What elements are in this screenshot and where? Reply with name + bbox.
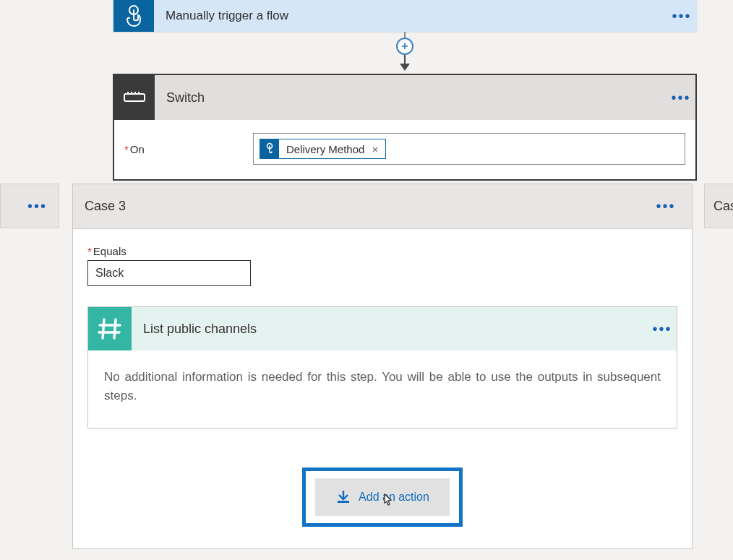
case-3-menu-button[interactable]: ••• bbox=[651, 198, 680, 215]
switch-body: *On Delivery Method × bbox=[114, 120, 695, 179]
equals-input[interactable] bbox=[87, 260, 251, 286]
prev-case-menu[interactable]: ••• bbox=[27, 198, 47, 215]
connector-line bbox=[404, 55, 406, 64]
slack-action-title: List public channels bbox=[132, 322, 648, 337]
slack-action-header: List public channels ••• bbox=[88, 307, 677, 350]
trigger-icon-container bbox=[113, 0, 154, 32]
case-3-body: *Equals List public channels ••• No addi… bbox=[73, 229, 692, 548]
case-next-peek[interactable]: Cas bbox=[704, 184, 733, 228]
next-case-title-fragment: Cas bbox=[713, 199, 733, 214]
trigger-menu-button[interactable]: ••• bbox=[667, 8, 696, 25]
case-3-title: Case 3 bbox=[85, 199, 651, 214]
required-indicator: * bbox=[87, 245, 92, 257]
switch-header: Switch ••• bbox=[114, 75, 695, 120]
token-label: Delivery Method bbox=[286, 143, 364, 155]
dynamic-token-delivery-method[interactable]: Delivery Method × bbox=[260, 139, 386, 159]
trigger-title: Manually trigger a flow bbox=[154, 9, 667, 23]
case-prev-peek[interactable]: ••• bbox=[0, 184, 59, 228]
flow-connector: + bbox=[396, 32, 413, 74]
switch-on-input[interactable]: Delivery Method × bbox=[253, 133, 685, 165]
trigger-card[interactable]: Manually trigger a flow ••• bbox=[113, 0, 697, 32]
svg-rect-3 bbox=[131, 92, 132, 95]
switch-on-label: *On bbox=[124, 143, 247, 155]
touch-icon bbox=[124, 4, 144, 27]
switch-icon bbox=[124, 91, 145, 104]
slack-icon-container bbox=[88, 307, 132, 350]
on-label-text: On bbox=[130, 143, 145, 155]
add-action-highlight: Add an action bbox=[302, 468, 463, 527]
insert-action-icon bbox=[335, 489, 351, 505]
add-step-button[interactable]: + bbox=[396, 38, 413, 55]
slack-action-description: No additional information is needed for … bbox=[88, 350, 677, 428]
slack-hash-icon bbox=[98, 316, 122, 341]
switch-icon-container bbox=[114, 75, 155, 120]
slack-list-channels-card[interactable]: List public channels ••• No additional i… bbox=[87, 306, 677, 428]
svg-rect-2 bbox=[127, 92, 129, 95]
equals-label: *Equals bbox=[87, 245, 677, 257]
token-remove-button[interactable]: × bbox=[364, 143, 385, 155]
arrow-down-icon bbox=[400, 64, 410, 71]
svg-rect-5 bbox=[138, 92, 140, 95]
required-indicator: * bbox=[124, 143, 129, 155]
switch-menu-button[interactable]: ••• bbox=[666, 90, 695, 106]
slack-action-menu-button[interactable]: ••• bbox=[648, 321, 677, 337]
cursor-pointer-icon bbox=[380, 493, 394, 510]
equals-label-text: Equals bbox=[93, 245, 127, 257]
touch-icon bbox=[260, 139, 279, 158]
connector-line bbox=[404, 32, 406, 38]
svg-rect-7 bbox=[338, 501, 349, 503]
switch-title: Switch bbox=[155, 90, 666, 105]
case-3-header[interactable]: Case 3 ••• bbox=[73, 184, 692, 229]
svg-rect-4 bbox=[134, 92, 136, 95]
case-3-card: Case 3 ••• *Equals List public channels … bbox=[72, 184, 693, 549]
svg-rect-1 bbox=[124, 94, 145, 101]
switch-card[interactable]: Switch ••• *On Delivery Method × bbox=[113, 74, 697, 181]
add-action-button[interactable]: Add an action bbox=[315, 478, 450, 516]
